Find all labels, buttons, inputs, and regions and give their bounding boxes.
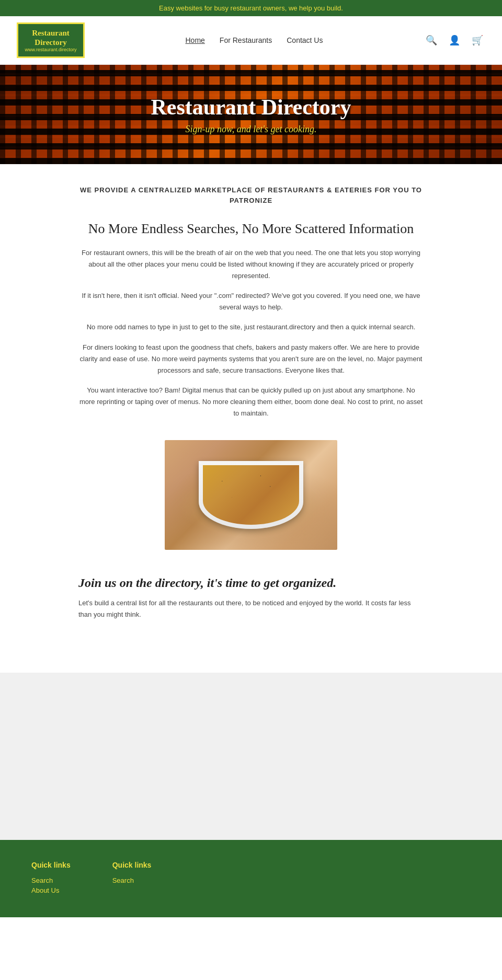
content-title: No More Endless Searches, No More Scatte… <box>78 221 424 237</box>
site-footer: Quick links Search About Us Quick links … <box>0 840 502 917</box>
header-icons: 🔍 👤 🛒 <box>424 32 485 48</box>
logo-container: Restaurant Directory www.restaurant.dire… <box>17 22 85 58</box>
join-title: Join us on the directory, it's time to g… <box>78 576 424 590</box>
food-bowl-illustration <box>199 461 303 529</box>
paragraph-2: If it isn't here, then it isn't official… <box>78 290 424 313</box>
search-icon: 🔍 <box>426 35 437 45</box>
logo[interactable]: Restaurant Directory www.restaurant.dire… <box>17 22 85 58</box>
hero-content: Restaurant Directory Sign-up now, and le… <box>151 95 351 135</box>
main-content: WE PROVIDE A CENTRALIZED MARKETPLACE OF … <box>68 164 434 673</box>
footer-columns: Quick links Search About Us Quick links … <box>31 861 471 896</box>
section-heading: WE PROVIDE A CENTRALIZED MARKETPLACE OF … <box>78 185 424 205</box>
hero-title: Restaurant Directory <box>151 95 351 120</box>
announcement-text: Easy websites for busy restaurant owners… <box>159 4 343 12</box>
site-header: Restaurant Directory www.restaurant.dire… <box>0 16 502 65</box>
nav-contact-us[interactable]: Contact Us <box>287 36 323 44</box>
footer-col-2: Quick links Search <box>112 861 152 896</box>
footer-col-2-title: Quick links <box>112 861 152 869</box>
footer-col-1: Quick links Search About Us <box>31 861 71 896</box>
footer-link-search-2[interactable]: Search <box>112 877 152 884</box>
join-text: Let's build a central list for all the r… <box>78 597 424 620</box>
footer-link-about[interactable]: About Us <box>31 886 71 894</box>
food-image <box>165 440 337 550</box>
nav-for-restaurants[interactable]: For Restaurants <box>220 36 272 44</box>
nav-home[interactable]: Home <box>186 36 205 44</box>
user-icon: 👤 <box>449 35 460 45</box>
paragraph-1: For restaurant owners, this will be the … <box>78 247 424 282</box>
cart-icon: 🛒 <box>472 35 483 45</box>
logo-title: Restaurant Directory <box>25 28 77 47</box>
join-section: Join us on the directory, it's time to g… <box>78 566 424 652</box>
user-button[interactable]: 👤 <box>447 32 462 48</box>
hero-section: Restaurant Directory Sign-up now, and le… <box>0 65 502 164</box>
food-image-section <box>78 440 424 550</box>
search-button[interactable]: 🔍 <box>424 32 439 48</box>
logo-url: www.restaurant.directory <box>25 47 77 52</box>
paragraph-3: No more odd names to type in just to get… <box>78 321 424 333</box>
cart-button[interactable]: 🛒 <box>470 32 485 48</box>
main-nav: Home For Restaurants Contact Us <box>186 36 323 44</box>
announcement-bar: Easy websites for busy restaurant owners… <box>0 0 502 16</box>
paragraph-5: You want interactive too? Bam! Digital m… <box>78 385 424 419</box>
footer-link-search-1[interactable]: Search <box>31 877 71 884</box>
footer-col-1-title: Quick links <box>31 861 71 869</box>
paragraph-4: For diners looking to feast upon the goo… <box>78 342 424 376</box>
hero-subtitle: Sign-up now, and let's get cooking. <box>151 124 351 135</box>
gray-section <box>0 673 502 840</box>
